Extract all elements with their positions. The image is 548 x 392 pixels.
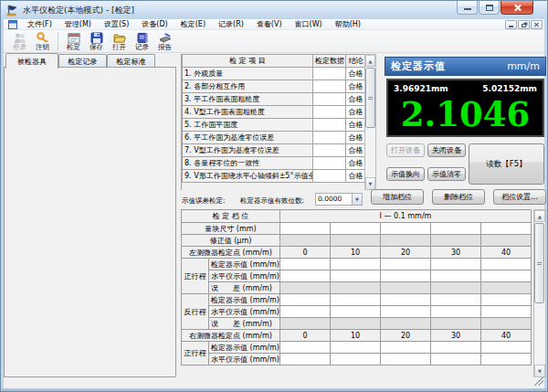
group-5-row-1-cell-4[interactable]	[481, 306, 532, 318]
digits-combobox[interactable]: 0.0000 ▼	[315, 193, 363, 206]
resize-grip-icon[interactable]	[534, 376, 543, 386]
toolbar-logout-button[interactable]: 注销	[31, 30, 54, 52]
tab-records[interactable]: 检定记录	[58, 54, 107, 68]
zero-reading-button[interactable]: 示值清零	[427, 167, 466, 181]
group-5-row-1-cell-1[interactable]	[331, 306, 381, 318]
item-result-4[interactable]: 合格	[346, 106, 366, 119]
item-data-2[interactable]	[313, 80, 346, 93]
menu-setup[interactable]: 设置(S)	[98, 19, 135, 30]
mdi-restore-button[interactable]	[518, 20, 530, 29]
add-range-button[interactable]: 增加档位	[371, 189, 424, 205]
menu-window[interactable]: 窗口(W)	[289, 19, 329, 30]
group-5-row-1-cell-3[interactable]	[431, 306, 481, 318]
items-scrollbar[interactable]: ▲ ▼	[364, 54, 376, 190]
item-data-4[interactable]	[313, 106, 346, 119]
row-1-cell-1[interactable]	[331, 223, 381, 235]
close-device-button[interactable]: 关闭设备	[427, 143, 466, 157]
group-7-row-1-cell-2[interactable]	[381, 354, 431, 366]
toolbar-verify-button[interactable]: 检定	[62, 30, 85, 52]
item-result-5[interactable]: 合格	[346, 119, 366, 132]
menu-verify[interactable]: 检定(E)	[174, 19, 212, 30]
item-data-6[interactable]	[313, 132, 346, 144]
item-result-8[interactable]: 合格	[346, 157, 366, 170]
group-4-row-2-cell-3	[431, 282, 481, 294]
item-data-5[interactable]	[313, 119, 346, 132]
item-result-1[interactable]: 合格	[346, 68, 366, 80]
row-1-cell-2[interactable]	[381, 223, 431, 235]
toolbar-login-button[interactable]: 登录	[8, 30, 31, 52]
group-5-row-0-cell-1[interactable]	[331, 294, 381, 306]
open-device-button[interactable]: 打开设备	[386, 143, 425, 157]
menu-help[interactable]: 帮助(H)	[329, 19, 367, 30]
toolbar-record-button[interactable]: 记录	[131, 30, 153, 52]
scroll-up-button[interactable]: ▲	[365, 55, 375, 67]
range-table-scrollbar[interactable]: ▲ ▼	[533, 209, 546, 377]
read-value-button[interactable]: 读数【F5】	[469, 143, 544, 185]
group-4-row-1-cell-0[interactable]	[280, 270, 331, 282]
row-1-cell-3[interactable]	[431, 223, 481, 235]
group-5-row-0-cell-2[interactable]	[381, 294, 431, 306]
item-result-7[interactable]: 合格	[346, 144, 366, 157]
toolbar-save-button[interactable]: 保存	[85, 30, 108, 52]
menu-manage[interactable]: 管理(M)	[58, 19, 98, 30]
item-result-9[interactable]: 合格	[346, 170, 366, 183]
group-4-row-0-cell-3[interactable]	[431, 259, 481, 270]
group-7-row-0-cell-1[interactable]	[331, 342, 381, 354]
scrollbar-thumb[interactable]	[534, 223, 544, 303]
mdi-minimize-button[interactable]	[505, 20, 517, 29]
mdi-close-button[interactable]	[531, 20, 543, 29]
tab-standard[interactable]: 检定标准	[107, 54, 155, 68]
group-7-row-1-cell-3[interactable]	[431, 354, 481, 366]
scrollbar-thumb[interactable]	[365, 68, 375, 128]
group-5-row-1-cell-2[interactable]	[381, 306, 431, 318]
item-data-9[interactable]	[313, 170, 346, 183]
range-settings-button[interactable]: 档位设置...	[493, 189, 546, 205]
item-data-3[interactable]	[313, 93, 346, 106]
menu-record[interactable]: 记录(R)	[212, 19, 250, 30]
group-5-row-0-cell-4[interactable]	[481, 294, 532, 306]
group-4-row-1-cell-1[interactable]	[331, 270, 381, 282]
group-4-row-1-cell-3[interactable]	[431, 270, 481, 282]
menu-file[interactable]: 文件(F)	[21, 19, 58, 30]
group-4-row-0-cell-0[interactable]	[280, 259, 331, 270]
delete-range-button[interactable]: 删除档位	[432, 189, 485, 205]
group-4-row-0-cell-4[interactable]	[481, 259, 532, 270]
menu-device[interactable]: 设备(D)	[135, 19, 174, 30]
tab-device[interactable]: 被检器具	[5, 53, 58, 69]
toolbar-open-button[interactable]: 打开	[108, 30, 131, 52]
group-7-row-1-cell-4[interactable]	[481, 354, 532, 366]
minimize-button[interactable]	[457, 1, 478, 15]
menu-view[interactable]: 查看(V)	[250, 19, 289, 30]
group-7-row-1-cell-1[interactable]	[331, 354, 381, 366]
reverse-reading-button[interactable]: 示值换向	[386, 167, 425, 181]
close-button[interactable]	[501, 1, 533, 15]
row-1-cell-4[interactable]	[481, 223, 532, 235]
group-7-row-1-cell-0[interactable]	[280, 354, 331, 366]
chevron-down-icon[interactable]: ▼	[352, 194, 362, 205]
maximize-button[interactable]	[479, 1, 500, 15]
group-5-row-1-cell-0[interactable]	[280, 306, 331, 318]
item-data-8[interactable]	[313, 157, 346, 170]
group-7-row-0-cell-0[interactable]	[280, 342, 331, 354]
group-7-row-0-cell-2[interactable]	[381, 342, 431, 354]
title-bar[interactable]: 水平仪检定(本地模式) - [检定]	[1, 1, 547, 19]
group-4-row-0-cell-1[interactable]	[331, 259, 381, 270]
scroll-up-button[interactable]: ▲	[534, 210, 545, 222]
item-result-6[interactable]: 合格	[346, 132, 366, 144]
toolbar-report-button[interactable]: 报告	[153, 30, 176, 52]
group-7-row-0-cell-4[interactable]	[481, 342, 532, 354]
group-5-row-0-cell-0[interactable]	[280, 294, 331, 306]
group-7-row-0-cell-3[interactable]	[431, 342, 481, 354]
group-4-row-0-cell-2[interactable]	[381, 259, 431, 270]
thumb-grip-icon	[368, 97, 373, 100]
group-5-row-0-cell-3[interactable]	[431, 294, 481, 306]
item-result-2[interactable]: 合格	[346, 80, 366, 93]
item-data-7[interactable]	[313, 144, 346, 157]
item-data-1[interactable]	[313, 68, 346, 80]
row-1-cell-0[interactable]	[280, 223, 331, 235]
group-4-row-1-cell-4[interactable]	[481, 270, 532, 282]
scroll-down-button[interactable]: ▼	[365, 177, 375, 189]
item-result-3[interactable]: 合格	[346, 93, 366, 106]
group-4-row-1-cell-2[interactable]	[381, 270, 431, 282]
scroll-down-button[interactable]: ▼	[534, 365, 545, 376]
